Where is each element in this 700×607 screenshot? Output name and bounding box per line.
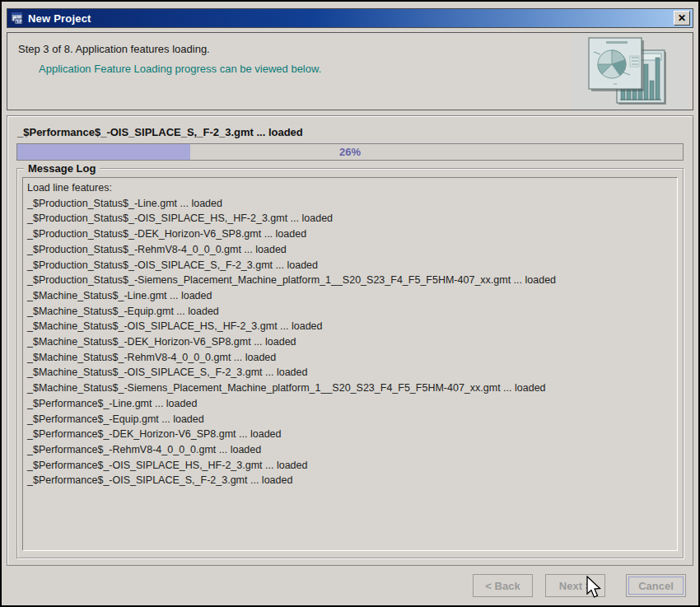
log-line: _$Machine_Status$_-Line.gmt ... loaded (27, 288, 673, 304)
window-title: New Project (28, 12, 674, 25)
log-line: _$Machine_Status$_-OIS_SIPLACE_HS,_HF-2_… (27, 319, 673, 334)
pie-chart-card (589, 38, 644, 91)
new-project-dialog: New Project ✕ Step 3 of 8. Application f… (0, 0, 700, 607)
log-line: _$Machine_Status$_-OIS_SIPLACE_S,_F-2_3.… (27, 365, 673, 381)
charts-illustration (572, 33, 689, 110)
log-line: _$Production_Status$_-Siemens_Placement_… (27, 273, 673, 288)
close-button[interactable]: ✕ (674, 11, 690, 26)
log-line: _$Machine_Status$_-RehmV8-4_0_0_0.gmt ..… (27, 350, 673, 366)
back-button[interactable]: < Back (473, 574, 533, 597)
progress-bar: 26% (16, 143, 684, 161)
log-line: _$Performance$_-DEK_Horizon-V6_SP8.gmt .… (27, 427, 673, 442)
progress-percent: 26% (17, 146, 683, 158)
log-line: _$Performance$_-Line.gmt ... loaded (27, 396, 673, 412)
log-line: _$Production_Status$_-RehmV8-4_0_0_0.gmt… (27, 242, 673, 258)
log-line: _$Machine_Status$_-Equip.gmt ... loaded (27, 304, 673, 320)
message-log-title: Message Log (24, 161, 100, 175)
log-line: _$Production_Status$_-Line.gmt ... loade… (27, 196, 673, 212)
log-line: _$Production_Status$_-OIS_SIPLACE_S,_F-2… (27, 258, 673, 273)
close-icon: ✕ (678, 13, 686, 23)
hint-text: Application Feature Loading progress can… (39, 63, 321, 75)
next-button[interactable]: Next > (545, 574, 605, 597)
message-log-view[interactable]: Load line features: _$Production_Status$… (22, 177, 678, 551)
log-line: Load line features: (27, 180, 673, 196)
log-line: _$Machine_Status$_-Siemens_Placement_Mac… (27, 381, 673, 396)
wizard-button-bar: < Back Next > Cancel (7, 571, 693, 600)
log-line: _$Production_Status$_-DEK_Horizon-V6_SP8… (27, 226, 673, 242)
log-line: _$Machine_Status$_-DEK_Horizon-V6_SP8.gm… (27, 334, 673, 350)
log-line: _$Performance$_-Equip.gmt ... loaded (27, 412, 673, 427)
log-line: _$Performance$_-OIS_SIPLACE_HS,_HF-2_3.g… (27, 458, 673, 474)
current-file-label: _$Performance$_-OIS_SIPLACE_S,_F-2_3.gmt… (17, 126, 684, 138)
cancel-button[interactable]: Cancel (626, 574, 686, 597)
application-icon (11, 12, 25, 25)
log-line: _$Performance$_-OIS_SIPLACE_S,_F-2_3.gmt… (27, 473, 673, 488)
log-line: _$Production_Status$_-OIS_SIPLACE_HS,_HF… (27, 211, 673, 226)
content-panel: _$Performance$_-OIS_SIPLACE_S,_F-2_3.gmt… (7, 115, 693, 566)
log-line: _$Performance$_-RehmV8-4_0_0_0.gmt ... l… (27, 442, 673, 458)
wizard-header: Step 3 of 8. Application features loadin… (7, 32, 693, 110)
step-text: Step 3 of 8. Application features loadin… (18, 43, 210, 55)
title-bar[interactable]: New Project ✕ (7, 8, 693, 28)
message-log-group: Message Log Load line features: _$Produc… (16, 168, 684, 558)
